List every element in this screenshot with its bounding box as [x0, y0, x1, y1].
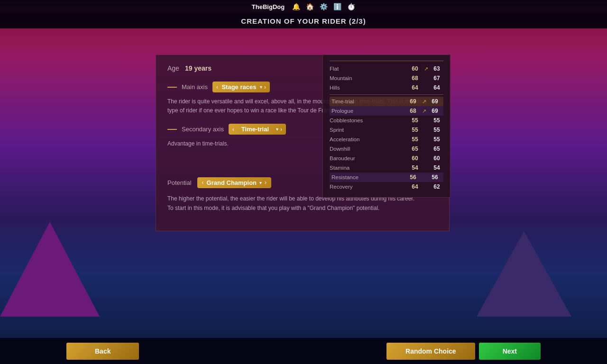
username: TheBigDog: [252, 3, 285, 10]
stat-value-current: 64: [408, 84, 422, 91]
stat-name: Sprint: [330, 127, 408, 133]
stat-value-new: 63: [430, 65, 443, 72]
potential-prev-icon[interactable]: ‹: [202, 179, 204, 186]
stat-value-current: 68: [408, 75, 422, 82]
stats-container: Flat60↗63Mountain6867Hills6464Time-trial…: [330, 64, 443, 191]
stats-row: Acceleration5555: [330, 135, 443, 144]
potential-selector[interactable]: ‹ Grand Champion ▾ ›: [197, 177, 271, 188]
top-bar: TheBigDog 🔔 🏠 ⚙️ ℹ️ ⏱️: [0, 0, 607, 13]
section-line-main: [167, 87, 177, 88]
potential-dropdown-icon[interactable]: ▾: [259, 180, 262, 185]
stats-row: Downhill6565: [330, 144, 443, 154]
potential-note-line2: To start in this mode, it is advisable t…: [167, 203, 438, 213]
stat-value-current: 55: [408, 136, 422, 143]
stat-arrow-icon: ↗: [420, 99, 428, 105]
stats-panel: Flat60↗63Mountain6867Hills6464Time-trial…: [322, 55, 451, 198]
top-bar-icons: 🔔 🏠 ⚙️ ℹ️ ⏱️: [292, 3, 355, 10]
stat-value-current: 60: [408, 155, 422, 162]
main-axis-prev-icon[interactable]: ‹: [216, 84, 218, 91]
stat-value-new: 54: [430, 164, 443, 171]
secondary-axis-selector[interactable]: ‹ Time-trial ▾ ›: [229, 124, 286, 135]
secondary-axis-prev-icon[interactable]: ‹: [232, 126, 234, 133]
back-button[interactable]: Back: [66, 343, 139, 360]
stat-name: Baroudeur: [330, 155, 408, 161]
right-buttons: Random Choice Next: [386, 343, 541, 360]
stats-row: Prologue68↗69: [330, 106, 443, 116]
stats-row: Mountain6867: [330, 73, 443, 83]
bottom-bar: Back Random Choice Next: [0, 338, 607, 364]
stat-value-current: 60: [408, 65, 422, 72]
stat-value-current: 64: [408, 183, 422, 190]
stat-name: Resistance: [331, 174, 406, 180]
stats-row: Time-trial69↗69: [330, 97, 443, 106]
stat-value-new: 64: [430, 84, 443, 91]
wave-decor: [0, 26, 607, 57]
stats-row: Cobblestones5555: [330, 116, 443, 125]
stat-value-new: 55: [430, 117, 443, 124]
secondary-axis-value: Time-trial: [236, 126, 274, 133]
secondary-axis-next-icon[interactable]: ›: [280, 126, 282, 133]
page-title: CREATION OF YOUR RIDER (2/3): [241, 17, 366, 25]
stat-value-new: 62: [430, 183, 443, 190]
stats-row: Baroudeur6060: [330, 154, 443, 163]
stat-value-new: 56: [428, 174, 441, 181]
main-axis-next-icon[interactable]: ›: [264, 84, 266, 91]
stat-name: Hills: [330, 85, 408, 91]
stat-name: Time-trial: [331, 99, 406, 104]
stat-value-current: 54: [408, 164, 422, 171]
potential-next-icon[interactable]: ›: [265, 179, 267, 186]
stat-name: Cobblestones: [330, 118, 408, 123]
stat-name: Prologue: [331, 108, 406, 114]
gear-icon[interactable]: ⚙️: [320, 3, 328, 10]
potential-label: Potential: [167, 179, 192, 186]
stats-row: Resistance5656: [330, 173, 443, 182]
stat-value-new: 55: [430, 127, 443, 133]
main-axis-selector[interactable]: ‹ Stage races ▾ ›: [212, 82, 270, 92]
stat-value-current: 55: [408, 127, 422, 133]
secondary-axis-dropdown-icon[interactable]: ▾: [276, 127, 278, 132]
stat-name: Downhill: [330, 146, 408, 152]
stat-arrow-icon: ↗: [422, 66, 430, 72]
stat-name: Stamina: [330, 165, 408, 171]
stats-row: Sprint5555: [330, 125, 443, 135]
stats-row: Flat60↗63: [330, 64, 443, 73]
random-choice-button[interactable]: Random Choice: [386, 343, 475, 360]
stats-top-divider: [330, 61, 443, 61]
stat-name: Recovery: [330, 184, 408, 190]
stat-arrow-icon: ↗: [420, 108, 428, 114]
stat-value-new: 69: [428, 98, 441, 105]
main-axis-value: Stage races: [220, 83, 258, 91]
stats-divider: [330, 94, 443, 95]
age-value: 19 years: [185, 64, 212, 72]
main-axis-dropdown-icon[interactable]: ▾: [260, 84, 262, 90]
potential-value: Grand Champion: [207, 179, 257, 186]
stat-name: Flat: [330, 66, 408, 72]
stat-name: Mountain: [330, 75, 408, 81]
main-axis-label: Main axis: [182, 83, 208, 91]
stat-value-current: 69: [406, 98, 420, 105]
age-label: Age: [167, 64, 179, 72]
section-line-secondary: [167, 129, 177, 130]
stat-value-current: 68: [406, 108, 420, 114]
stat-value-new: 69: [428, 108, 441, 114]
stats-row: Recovery6462: [330, 182, 443, 191]
stat-name: Acceleration: [330, 136, 408, 142]
bell-icon[interactable]: 🔔: [292, 3, 300, 10]
stat-value-current: 55: [408, 117, 422, 124]
timer-icon[interactable]: ⏱️: [347, 3, 355, 10]
info-icon[interactable]: ℹ️: [333, 3, 341, 10]
stat-value-current: 65: [408, 146, 422, 152]
stat-value-new: 65: [430, 146, 443, 152]
stat-value-new: 67: [430, 75, 443, 82]
stat-value-new: 60: [430, 155, 443, 162]
stat-value-current: 56: [406, 174, 420, 181]
stats-row: Hills6464: [330, 83, 443, 92]
stat-value-new: 55: [430, 136, 443, 143]
stats-row: Stamina5454: [330, 163, 443, 173]
secondary-axis-label: Secondary axis: [182, 126, 224, 133]
title-bar: CREATION OF YOUR RIDER (2/3): [0, 13, 607, 28]
next-button[interactable]: Next: [479, 343, 541, 360]
home-icon[interactable]: 🏠: [306, 3, 314, 10]
